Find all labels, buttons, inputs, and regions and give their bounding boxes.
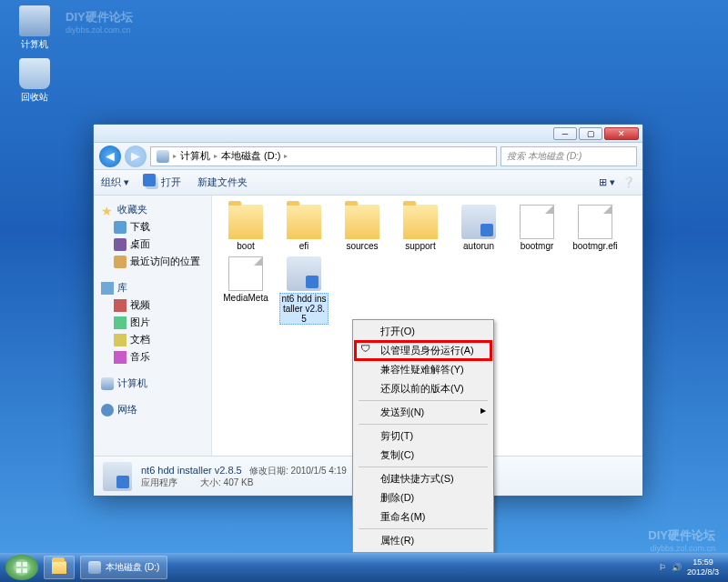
clock-time: 15:59 [687, 557, 719, 567]
crumb-drive[interactable]: 本地磁盘 (D:) [221, 149, 280, 163]
clock[interactable]: 15:59 2012/8/3 [687, 557, 723, 577]
file-item[interactable]: bootmgr.efi [571, 205, 620, 251]
desktop-icon-recyclebin[interactable]: 回收站 [7, 58, 62, 104]
toolbar-organize[interactable]: 组织 ▾ [101, 176, 129, 189]
titlebar[interactable]: ─ ▢ ✕ [94, 125, 642, 143]
menu-item[interactable]: 属性(R) [355, 531, 491, 550]
file-item[interactable]: support [396, 205, 445, 251]
sidebar-item-docs[interactable]: 文档 [97, 331, 207, 348]
file-label: bootmgr.efi [571, 241, 618, 251]
sidebar-item-music[interactable]: 音乐 [97, 348, 207, 366]
menu-item[interactable]: 打开(O) [355, 322, 491, 341]
toolbar-open[interactable]: 打开 [146, 176, 181, 189]
windows-logo-icon [13, 558, 31, 577]
watermark-url: diybbs.zol.com.cn [650, 544, 715, 553]
video-icon [114, 299, 126, 312]
menu-item-label: 重命名(M) [380, 511, 426, 522]
exe-icon [287, 256, 321, 291]
file-item[interactable]: boot [221, 205, 270, 251]
minimize-button[interactable]: ─ [553, 127, 577, 140]
file-label: support [404, 241, 436, 251]
sidebar-item-videos[interactable]: 视频 [97, 296, 207, 314]
sidebar-computer[interactable]: 计算机 [97, 375, 207, 392]
menu-item[interactable]: 复制(C) [355, 446, 491, 465]
sidebar-item-pictures[interactable]: 图片 [97, 314, 207, 331]
explorer-window: ─ ▢ ✕ ◄ ► ▸ 计算机 ▸ 本地磁盘 (D:) ▸ 搜索 本地磁盘 (D… [93, 124, 643, 497]
menu-item[interactable]: 以管理员身份运行(A) [355, 341, 491, 360]
desktop-icon-computer[interactable]: 计算机 [7, 5, 62, 51]
sidebar-network[interactable]: 网络 [97, 401, 207, 418]
exe-icon [461, 205, 496, 239]
sidebar-item-desktop[interactable]: 桌面 [97, 236, 207, 253]
forward-button[interactable]: ► [125, 146, 147, 167]
file-item[interactable]: MediaMeta [221, 256, 270, 325]
menu-item[interactable]: 删除(D) [355, 488, 491, 507]
clock-date: 2012/8/3 [687, 567, 719, 577]
menu-separator [359, 528, 488, 529]
menu-item-label: 以管理员身份运行(A) [380, 345, 474, 356]
menu-item-label: 还原以前的版本(V) [380, 383, 464, 394]
computer-icon [19, 5, 50, 36]
menu-item[interactable]: 兼容性疑难解答(Y) [355, 360, 491, 379]
menu-item-label: 发送到(N) [380, 406, 424, 417]
file-item[interactable]: efi [279, 205, 329, 251]
sidebar-item-recent[interactable]: 最近访问的位置 [97, 253, 207, 270]
menu-item-label: 剪切(T) [380, 430, 413, 441]
menu-item[interactable]: 发送到(N)▶ [355, 403, 491, 422]
recyclebin-icon [19, 58, 50, 89]
menu-separator [359, 400, 488, 401]
back-button[interactable]: ◄ [99, 146, 121, 167]
folder-icon [287, 205, 321, 239]
file-item[interactable]: autorun [454, 205, 503, 251]
folder-icon [52, 561, 66, 574]
sidebar-favorites[interactable]: ★收藏夹 [97, 201, 207, 218]
file-item[interactable]: bootmgr [512, 205, 561, 251]
taskbar-item-drive[interactable]: 本地磁盘 (D:) [80, 556, 167, 579]
open-icon [146, 176, 158, 189]
watermark-title: DIY硬件论坛 [66, 9, 133, 25]
folder-icon [403, 205, 438, 239]
sidebar-item-downloads[interactable]: 下载 [97, 218, 207, 236]
breadcrumb[interactable]: ▸ 计算机 ▸ 本地磁盘 (D:) ▸ [150, 146, 497, 166]
details-icon [103, 462, 132, 491]
close-button[interactable]: ✕ [604, 127, 639, 140]
menu-separator [359, 424, 488, 425]
folder-icon [345, 205, 379, 239]
tray-flag-icon[interactable]: ⚐ [659, 563, 666, 572]
system-tray: ⚐ 🔊 15:59 2012/8/3 [659, 557, 723, 577]
menu-item-label: 删除(D) [380, 492, 414, 503]
file-item[interactable]: nt6 hdd installer v2.8.5 [279, 256, 329, 325]
start-button[interactable] [5, 555, 38, 580]
sidebar: ★收藏夹 下载 桌面 最近访问的位置 库 视频 图片 文档 音乐 计算机 网络 [94, 196, 212, 456]
sidebar-libraries[interactable]: 库 [97, 279, 207, 296]
help-button[interactable]: ❔ [622, 176, 635, 188]
maximize-button[interactable]: ▢ [579, 127, 602, 140]
menu-item[interactable]: 重命名(M) [355, 507, 491, 527]
menu-separator [359, 467, 488, 467]
menu-item[interactable]: 剪切(T) [355, 426, 491, 446]
file-pane[interactable]: bootefisourcessupportautorunbootmgrbootm… [212, 196, 642, 456]
taskbar-item-explorer[interactable] [44, 556, 75, 579]
library-icon [101, 282, 114, 295]
menu-item-label: 属性(R) [380, 535, 414, 546]
watermark-url: diybbs.zol.com.cn [66, 25, 131, 35]
view-button[interactable]: ⊞ ▾ [599, 176, 615, 188]
menu-item-label: 兼容性疑难解答(Y) [380, 364, 464, 375]
desktop-small-icon [114, 238, 126, 251]
menu-item[interactable]: 还原以前的版本(V) [355, 379, 491, 398]
picture-icon [114, 316, 126, 329]
drive-icon [157, 150, 169, 163]
details-name: nt6 hdd installer v2.8.5 [141, 465, 242, 476]
crumb-computer[interactable]: 计算机 [180, 149, 210, 163]
toolbar-newfolder[interactable]: 新建文件夹 [197, 176, 248, 189]
search-input[interactable]: 搜索 本地磁盘 (D:) [500, 146, 637, 166]
computer-icon [101, 377, 114, 390]
file-item[interactable]: sources [338, 205, 387, 251]
file-label: MediaMeta [222, 293, 268, 303]
menu-item[interactable]: 创建快捷方式(S) [355, 469, 491, 488]
menu-item-label: 创建快捷方式(S) [380, 473, 454, 484]
tray-volume-icon[interactable]: 🔊 [672, 563, 682, 572]
download-icon [114, 221, 126, 234]
details-type: 应用程序 [141, 477, 177, 487]
toolbar: 组织 ▾ 打开 新建文件夹 ⊞ ▾ ❔ [94, 170, 642, 196]
